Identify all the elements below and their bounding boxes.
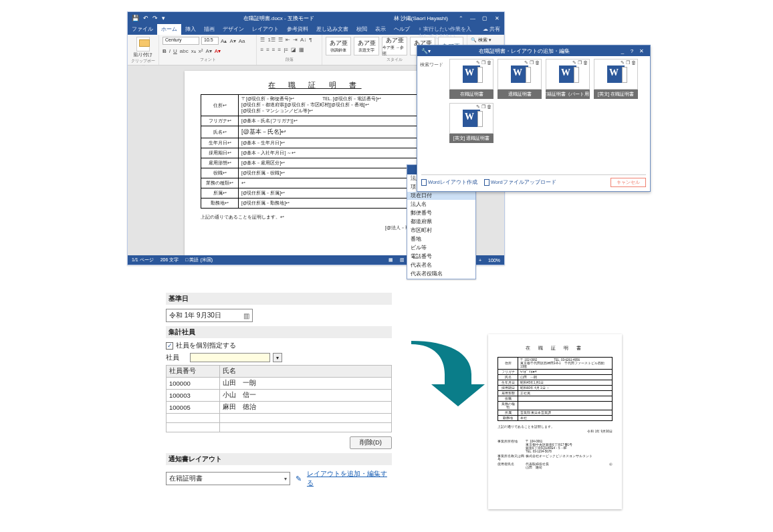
strike-icon[interactable]: abc	[180, 48, 189, 54]
popup-item[interactable]: 現在日付	[407, 192, 475, 201]
align-right-icon[interactable]: ≡	[272, 47, 275, 53]
tab-ref[interactable]: 参考資料	[283, 24, 312, 35]
sup-icon[interactable]: x²	[199, 48, 203, 54]
popup-item[interactable]: 都道府県	[407, 218, 475, 227]
thumb-delete-icon[interactable]: 🗑	[487, 60, 491, 65]
align-center-icon[interactable]: ≡	[266, 47, 269, 53]
show-marks-icon[interactable]: ¶	[309, 37, 312, 43]
highlight-icon[interactable]: A▾	[205, 48, 211, 54]
thumb-edit-icon[interactable]: ✎	[524, 60, 528, 65]
layout-select[interactable]: 在籍証明書▾	[166, 472, 290, 485]
tab-home[interactable]: ホーム	[157, 24, 181, 35]
date-picker-icon[interactable]: ▥	[243, 312, 249, 319]
popup-item[interactable]: 代表者役職名	[407, 270, 475, 279]
thumb-delete-icon[interactable]: 🗑	[583, 60, 588, 65]
tab-help[interactable]: ヘルプ	[390, 24, 414, 35]
base-date-input[interactable]: 令和 1年 9月30日▥	[166, 309, 253, 322]
tab-insert[interactable]: 挿入	[181, 24, 200, 35]
line-space-icon[interactable]: |≡	[284, 47, 288, 53]
popup-item[interactable]: 電話番号	[407, 253, 475, 261]
create-word-layout-link[interactable]: Wordレイアウト作成	[421, 179, 477, 186]
font-name-select[interactable]: Century	[162, 37, 199, 45]
window-min-icon[interactable]: —	[468, 15, 477, 21]
zoom-in-icon[interactable]: +	[479, 258, 481, 263]
tab-layout[interactable]: レイアウト	[248, 24, 283, 35]
delete-button[interactable]: 削除(D)	[350, 436, 392, 449]
thumb-delete-icon[interactable]: 🗑	[535, 60, 540, 65]
cancel-button[interactable]: キャンセル	[611, 178, 646, 187]
qat-save-icon[interactable]: 💾	[132, 15, 139, 21]
thumb-edit-icon[interactable]: ✎	[621, 60, 625, 65]
popup-item[interactable]: ビル等	[407, 244, 475, 253]
thumb-edit-icon[interactable]: ✎	[476, 104, 480, 110]
qat-undo-icon[interactable]: ↶	[143, 15, 148, 21]
specify-individually-checkbox[interactable]: ✓	[166, 342, 173, 350]
table-row[interactable]: 100000山田 一朗	[167, 378, 392, 390]
popup-item[interactable]: 代表者名	[407, 261, 475, 270]
employee-lookup-dropdown-icon[interactable]: ▾	[273, 353, 282, 362]
window-close-icon[interactable]: ✕	[492, 15, 502, 21]
underline-icon[interactable]: U	[173, 48, 177, 54]
fontcolor-icon[interactable]: A▾	[215, 48, 221, 54]
popup-item[interactable]: 番地	[407, 235, 475, 244]
layout-thumbnail[interactable]: ✎ ❐ 🗑 [英文] 在職証明書	[594, 59, 638, 99]
bullets-icon[interactable]: ☰	[260, 37, 265, 43]
window-max-icon[interactable]: ▢	[480, 15, 489, 21]
tellme-input[interactable]: ♀ 実行したい作業を入力してください	[414, 24, 479, 35]
tab-design[interactable]: デザイン	[219, 24, 248, 35]
bold-icon[interactable]: B	[162, 48, 167, 54]
thumb-copy-icon[interactable]: ❐	[481, 60, 485, 65]
popup-item[interactable]: 郵便番号	[407, 209, 475, 218]
font-shrink-icon[interactable]: A▾	[229, 38, 235, 44]
sub-icon[interactable]: x₂	[191, 48, 196, 54]
table-row[interactable]: 100005麻田 徳治	[167, 402, 392, 414]
indent-dec-icon[interactable]: ⇤	[286, 37, 290, 43]
thumb-copy-icon[interactable]: ❐	[530, 60, 534, 65]
qat-redo-icon[interactable]: ↷	[152, 15, 158, 21]
italic-icon[interactable]: I	[169, 48, 171, 54]
paste-icon[interactable]	[136, 37, 150, 51]
numbers-icon[interactable]: 1☰	[267, 37, 275, 43]
popup-item[interactable]: 法人名	[407, 201, 475, 209]
qat-more-icon[interactable]: ▾	[162, 15, 165, 21]
tab-file[interactable]: ファイル	[128, 24, 157, 35]
table-row[interactable]	[167, 414, 392, 423]
tab-view[interactable]: 表示	[371, 24, 390, 35]
font-grow-icon[interactable]: A▴	[221, 38, 227, 44]
share-button[interactable]: ☁ 共有	[479, 24, 504, 35]
indent-inc-icon[interactable]: ⇥	[293, 37, 298, 43]
tab-review[interactable]: 校閲	[352, 24, 371, 35]
view-print-icon[interactable]: ▥	[400, 257, 405, 263]
align-just-icon[interactable]: ≡	[278, 47, 281, 53]
thumb-copy-icon[interactable]: ❐	[578, 60, 582, 65]
zoom-value[interactable]: 100%	[488, 258, 500, 263]
table-row[interactable]: 100003小山 信一	[167, 390, 392, 402]
layout-thumbnail[interactable]: ✎ ❐ 🗑 在職証明書	[449, 59, 493, 99]
thumb-edit-icon[interactable]: ✎	[476, 60, 480, 65]
thumb-edit-icon[interactable]: ✎	[572, 60, 576, 65]
dlg-help-icon[interactable]: ?	[627, 48, 637, 54]
ribbon-collapse-icon[interactable]: ⌃	[456, 15, 465, 21]
layout-thumbnail[interactable]: ✎ ❐ 🗑 退職証明書	[498, 59, 542, 99]
shading-icon[interactable]: ◪	[291, 47, 296, 53]
edit-layout-link[interactable]: レイアウトを追加・編集する	[307, 469, 392, 488]
popup-item[interactable]: 市区町村	[407, 227, 475, 235]
multilevel-icon[interactable]: ☰	[278, 37, 283, 43]
layout-thumbnail[interactable]: ✎ ❐ 🗑 [英文] 退職証明書	[449, 103, 493, 143]
table-row[interactable]	[167, 423, 392, 432]
thumb-delete-icon[interactable]: 🗑	[631, 60, 636, 65]
employee-lookup-input[interactable]	[190, 353, 270, 362]
layout-thumbnail[interactable]: ✎ ❐ 🗑 在籍証明書（パート用）	[546, 59, 590, 99]
thumb-copy-icon[interactable]: ❐	[481, 104, 485, 110]
dlg-close-icon[interactable]: ✕	[637, 48, 646, 54]
sort-icon[interactable]: A↓	[300, 37, 306, 43]
find-button[interactable]: 🔍 検索 ▾	[471, 37, 500, 43]
borders-icon[interactable]: ▦	[299, 47, 304, 53]
view-read-icon[interactable]: ▦	[389, 257, 393, 263]
font-clear-icon[interactable]: Aa	[239, 38, 245, 44]
status-lang[interactable]: □ 英語 (米国)	[185, 257, 213, 263]
font-size-select[interactable]: 10.5	[201, 37, 219, 45]
dlg-min-icon[interactable]: _	[618, 48, 627, 54]
upload-word-file-link[interactable]: Wordファイルアップロード	[484, 179, 556, 186]
tab-draw[interactable]: 描画	[200, 24, 219, 35]
